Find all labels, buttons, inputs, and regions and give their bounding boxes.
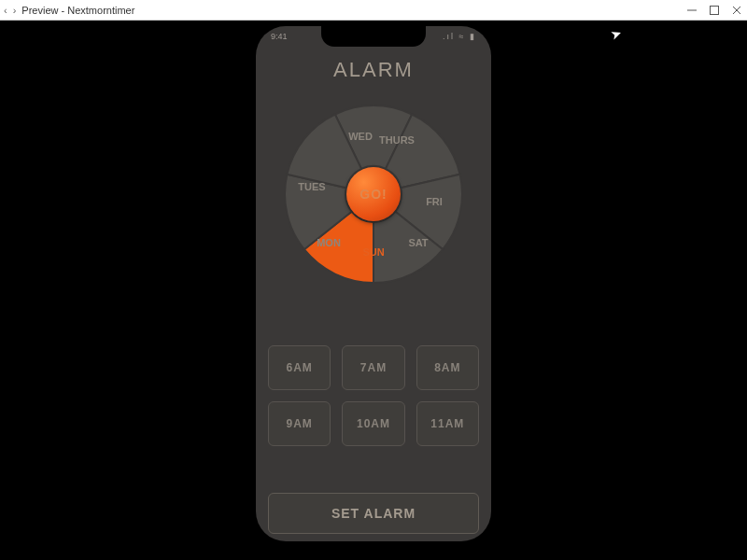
window-maximize-icon[interactable] <box>708 4 721 17</box>
time-option-6am[interactable]: 6AM <box>268 345 331 390</box>
browser-chrome: ‹ › Preview - Nextmorntimer <box>0 0 747 21</box>
page-title: ALARM <box>256 58 491 82</box>
day-label-thurs[interactable]: THURS <box>379 134 415 146</box>
cursor-icon: ➤ <box>609 24 625 42</box>
time-option-11am[interactable]: 11AM <box>416 401 479 446</box>
time-grid: 6AM 7AM 8AM 9AM 10AM 11AM <box>268 345 479 446</box>
chrome-right <box>685 4 743 17</box>
go-button-label: GO! <box>359 187 387 202</box>
time-option-7am[interactable]: 7AM <box>342 345 404 390</box>
phone-frame: 9:41 .ıl ≈ ▮ ALARM <box>256 26 491 541</box>
window-close-icon[interactable] <box>730 4 743 17</box>
svg-rect-1 <box>711 6 719 14</box>
day-label-fri[interactable]: FRI <box>426 196 443 207</box>
preview-stage: ➤ 9:41 .ıl ≈ ▮ ALARM <box>0 21 747 560</box>
nav-forward-icon[interactable]: › <box>13 5 17 16</box>
statusbar-time: 9:41 <box>271 32 288 47</box>
time-option-8am[interactable]: 8AM <box>416 345 479 390</box>
nav-back-icon[interactable]: ‹ <box>4 5 7 16</box>
go-button[interactable]: GO! <box>346 167 401 221</box>
time-option-9am[interactable]: 9AM <box>268 401 331 446</box>
set-alarm-label: SET ALARM <box>331 506 416 521</box>
day-label-tues[interactable]: TUES <box>298 181 325 192</box>
device-notch <box>321 26 426 47</box>
day-label-sat[interactable]: SAT <box>408 237 428 248</box>
window-title: Preview - Nextmorntimer <box>21 5 134 16</box>
day-label-wed[interactable]: WED <box>348 131 373 142</box>
chrome-left: ‹ › Preview - Nextmorntimer <box>4 5 134 16</box>
window-minimize-icon[interactable] <box>685 4 698 17</box>
day-radial-selector[interactable]: WED THURS FRI SAT SUN MON TUES GO! <box>280 101 467 287</box>
set-alarm-button[interactable]: SET ALARM <box>268 493 479 534</box>
time-option-10am[interactable]: 10AM <box>342 401 404 446</box>
day-label-sun[interactable]: SUN <box>362 246 384 258</box>
statusbar-icons: .ıl ≈ ▮ <box>443 32 476 47</box>
day-label-mon[interactable]: MON <box>317 237 341 248</box>
